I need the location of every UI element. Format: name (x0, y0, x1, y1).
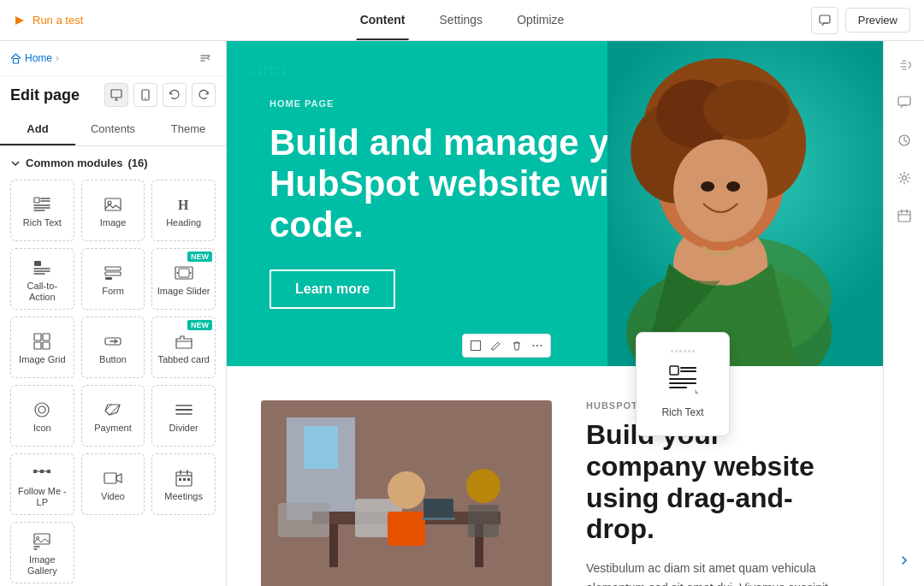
grid-icon (33, 332, 51, 351)
right-settings-button[interactable] (891, 164, 918, 192)
tab-content[interactable]: Content (357, 1, 409, 40)
svg-point-34 (35, 403, 49, 417)
svg-rect-25 (34, 334, 41, 340)
modules-header[interactable]: Common modules (16) (10, 157, 216, 169)
svg-rect-81 (278, 503, 329, 537)
module-image-slider[interactable]: NEW Image Slider (151, 248, 216, 310)
run-test-button[interactable]: Run a test (14, 14, 83, 27)
redo-button[interactable] (192, 83, 216, 107)
right-sidebar (883, 41, 924, 586)
module-cta[interactable]: Call-to-Action (10, 248, 74, 310)
undo-icon (169, 89, 181, 101)
toolbar-resize-button[interactable] (466, 336, 485, 355)
svg-rect-98 (898, 211, 910, 222)
edit-page-title: Edit page (10, 86, 80, 104)
drag-richtext-icon (667, 363, 698, 394)
preview-button[interactable]: Preview (845, 8, 910, 33)
right-comment-button[interactable] (891, 89, 918, 116)
hero-person-image (607, 41, 883, 366)
module-tabbed-card[interactable]: NEW Tabbed card (151, 317, 216, 378)
section-toolbar (462, 334, 551, 358)
module-follow-label: Follow Me - LP (15, 486, 70, 508)
slider-svg (175, 263, 193, 282)
svg-rect-79 (329, 524, 338, 567)
module-grid-label: Image Grid (19, 354, 65, 365)
module-meetings[interactable]: Meetings (151, 453, 216, 515)
svg-point-69 (701, 181, 714, 192)
module-button[interactable]: Button (81, 317, 145, 378)
module-image-gallery[interactable]: Image Gallery (10, 522, 74, 583)
svg-rect-41 (33, 470, 37, 473)
module-heading[interactable]: H Heading (151, 180, 216, 241)
svg-rect-43 (47, 470, 50, 473)
svg-point-22 (176, 272, 178, 274)
right-expand-button[interactable] (891, 548, 917, 576)
module-video[interactable]: Video (81, 453, 145, 515)
meetings-icon (175, 469, 193, 488)
edit-page-icons (104, 83, 216, 107)
right-calendar-button[interactable] (891, 202, 918, 229)
sidebar-tab-add[interactable]: Add (0, 114, 75, 145)
tabbed-svg (175, 332, 193, 351)
svg-rect-51 (179, 478, 181, 481)
svg-point-70 (726, 181, 740, 192)
video-svg (104, 469, 122, 488)
svg-rect-89 (670, 366, 678, 375)
nav-tabs: Content Settings Optimize (357, 1, 568, 40)
undo-button[interactable] (163, 83, 187, 107)
image-svg (104, 195, 122, 214)
module-form[interactable]: Form (81, 248, 145, 310)
canvas-area: HOME PAGE Build and manage your HubSpot … (227, 41, 883, 586)
drag-card[interactable]: Rich Text (636, 332, 730, 436)
sidebar-tabs: Add Contents Theme (0, 114, 226, 146)
content-image (261, 400, 552, 586)
tab-optimize[interactable]: Optimize (513, 1, 567, 40)
hero-section[interactable]: HOME PAGE Build and manage your HubSpot … (227, 41, 883, 366)
breadcrumb-home[interactable]: Home (25, 52, 52, 64)
svg-point-4 (145, 98, 146, 99)
svg-point-72 (533, 345, 535, 346)
mobile-icon (139, 89, 151, 101)
right-collapse-button[interactable] (891, 51, 918, 79)
module-icon[interactable]: Icon (10, 385, 74, 447)
cta-icon (33, 258, 51, 277)
module-image-label: Image (100, 217, 127, 228)
module-meetings-label: Meetings (164, 491, 203, 502)
comment-button[interactable] (811, 7, 838, 34)
svg-rect-71 (471, 341, 481, 351)
module-image[interactable]: Image (81, 180, 145, 241)
tab-settings[interactable]: Settings (436, 1, 487, 40)
sidebar-tab-contents[interactable]: Contents (75, 114, 151, 145)
desktop-view-button[interactable] (104, 83, 128, 107)
svg-rect-86 (468, 505, 499, 537)
breadcrumb: Home › (10, 52, 59, 64)
content-image-svg (261, 400, 552, 586)
run-icon (14, 15, 26, 27)
module-divider-label: Divider (169, 423, 198, 434)
svg-rect-88 (422, 518, 455, 520)
right-revisions-button[interactable] (891, 127, 918, 154)
module-divider[interactable]: Divider (151, 385, 216, 447)
trash-icon (512, 340, 522, 351)
resize-icon (471, 340, 481, 351)
hero-button[interactable]: Learn more (270, 269, 395, 309)
svg-rect-77 (304, 426, 338, 469)
toolbar-edit-button[interactable] (487, 336, 506, 355)
collapse-sidebar-button[interactable] (195, 48, 216, 68)
sidebar-header: Home › (0, 41, 226, 76)
module-image-grid[interactable]: Image Grid (10, 317, 74, 378)
mobile-view-button[interactable] (133, 83, 157, 107)
meetings-svg (175, 469, 193, 488)
module-follow[interactable]: Follow Me - LP (10, 453, 74, 515)
toolbar-more-button[interactable] (528, 336, 547, 355)
svg-rect-11 (105, 198, 121, 210)
richtext-svg (33, 195, 51, 214)
edit-page-bar: Edit page (0, 76, 226, 114)
sidebar-tab-theme[interactable]: Theme (151, 114, 226, 145)
toolbar-delete-button[interactable] (507, 336, 526, 355)
module-rich-text[interactable]: Rich Text (10, 180, 74, 241)
svg-rect-42 (40, 470, 44, 473)
module-payment[interactable]: Payment (81, 385, 145, 447)
svg-rect-52 (183, 478, 186, 481)
drag-card-label: Rich Text (661, 406, 703, 418)
